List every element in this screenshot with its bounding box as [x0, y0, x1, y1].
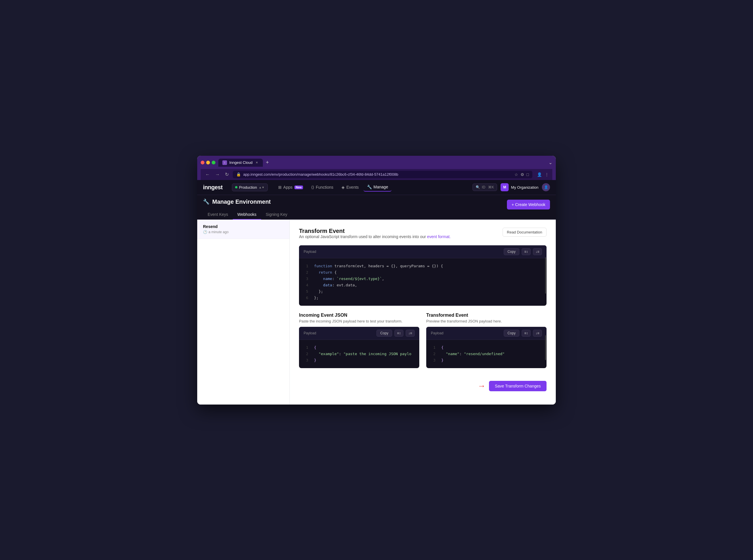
incoming-event-desc: Paste the incoming JSON payload here to … [299, 319, 419, 323]
two-column-section: Incoming Event JSON Paste the incoming J… [299, 313, 546, 375]
page-title-area: 🔧 Manage Environment [203, 199, 292, 205]
transformed-payload-label: Payload [431, 331, 443, 335]
incoming-code-content[interactable]: 1 { 2 "example": "paste the incoming JSO… [299, 340, 419, 368]
manage-icon: 🔧 [367, 185, 372, 189]
bookmark-icon[interactable]: ☆ [515, 172, 518, 177]
code-line-6: 6 }; [304, 295, 542, 301]
editor-download-button[interactable]: ↓≡ [533, 248, 542, 255]
refresh-button[interactable]: ↻ [224, 171, 230, 178]
clock-icon: 🕐 [203, 230, 207, 234]
browser-expand-icon[interactable]: ⌄ [548, 160, 552, 165]
sidebar-item-time: a minute ago [209, 230, 229, 234]
reader-mode-icon[interactable]: □ [526, 172, 529, 177]
new-tab-button[interactable]: + [265, 160, 270, 165]
incoming-event-editor: Payload Copy ≡↕ ↓≡ 1 { [299, 327, 419, 368]
content-panel: Transform Event An optional JavaScript t… [290, 220, 556, 404]
search-id-label: ID [482, 185, 485, 189]
close-traffic-light[interactable] [201, 161, 205, 164]
transform-code-content[interactable]: 1 function transform(evt, headers = {}, … [299, 258, 546, 306]
minimize-traffic-light[interactable] [206, 161, 210, 164]
tab-webhooks[interactable]: Webhooks [233, 210, 261, 220]
events-icon: ◈ [342, 185, 345, 189]
save-transform-button[interactable]: Save Transform Changes [489, 381, 546, 391]
app-shell: inngest Production ▲▼ ⊞ Apps New ⟨⟩ Func… [197, 180, 556, 404]
search-icon: 🔍 [476, 185, 480, 189]
tab-signing-key[interactable]: Signing Key [261, 210, 292, 220]
env-status-dot [235, 186, 237, 188]
payload-code-editor: Payload Copy ≡↕ ↓≡ 1 function transform(… [299, 245, 546, 306]
transformed-line-1: 1 { [431, 344, 542, 351]
transformed-format-button[interactable]: ≡↕ [522, 330, 530, 337]
webhook-sidebar: Resend 🕐 a minute ago [197, 220, 290, 404]
forward-button[interactable]: → [214, 171, 221, 178]
bottom-actions: → Save Transform Changes [299, 381, 546, 391]
page-title-icon: 🔧 [203, 199, 209, 205]
event-format-link[interactable]: event format. [427, 234, 451, 239]
transform-event-desc: An optional JavaScript transform used to… [299, 234, 451, 239]
incoming-line-3: 3 } [304, 357, 415, 363]
search-kbd-shortcut: ⌘K [488, 185, 494, 189]
extensions-icon[interactable]: ⚙ [521, 172, 524, 177]
incoming-editor-header: Payload Copy ≡↕ ↓≡ [299, 327, 419, 340]
transformed-editor-actions: Copy ≡↕ ↓≡ [504, 330, 542, 337]
maximize-traffic-light[interactable] [212, 161, 215, 164]
transformed-copy-button[interactable]: Copy [504, 330, 519, 337]
transformed-download-button[interactable]: ↓≡ [533, 330, 542, 337]
incoming-download-button[interactable]: ↓≡ [406, 330, 415, 337]
user-avatar[interactable]: 👤 [542, 183, 550, 191]
nav-item-events[interactable]: ◈ Events [338, 183, 362, 191]
env-name: Production [239, 185, 257, 189]
nav-manage-label: Manage [373, 185, 388, 189]
more-options-icon[interactable]: ⋮ [545, 172, 549, 177]
back-button[interactable]: ← [204, 171, 211, 178]
transformed-event-desc: Preview the transformed JSON payload her… [426, 319, 546, 323]
incoming-line-1: 1 { [304, 344, 415, 351]
url-bar[interactable]: 🔒 app.inngest.com/env/production/manage/… [233, 171, 533, 178]
read-documentation-button[interactable]: Read Documentation [503, 228, 546, 237]
org-name: My Organization [511, 185, 538, 189]
nav-right: 🔍 ID ⌘K M My Organization 👤 [472, 183, 550, 191]
nav-events-label: Events [346, 185, 359, 189]
transformed-event-editor: Payload Copy ≡↕ ↓≡ 1 { [426, 327, 546, 368]
incoming-format-button[interactable]: ≡↕ [394, 330, 403, 337]
tab-bar: i Inngest Cloud ✕ + [218, 159, 546, 167]
transformed-event-title: Transformed Event [426, 313, 546, 318]
functions-icon: ⟨⟩ [311, 185, 314, 189]
code-line-4: 4 data: evt.data, [304, 282, 542, 288]
incoming-payload-label: Payload [304, 331, 316, 335]
tab-event-keys[interactable]: Event Keys [203, 210, 233, 220]
url-actions: ☆ ⚙ □ [515, 172, 529, 177]
nav-item-functions[interactable]: ⟨⟩ Functions [308, 183, 337, 191]
inngest-logo: inngest [203, 184, 223, 191]
environment-selector[interactable]: Production ▲▼ [232, 183, 268, 191]
nav-item-manage[interactable]: 🔧 Manage [364, 183, 392, 192]
sidebar-item-meta: 🕐 a minute ago [203, 230, 284, 234]
save-arrow-indicator: → [478, 381, 485, 391]
profile-icon[interactable]: 👤 [537, 172, 542, 177]
incoming-editor-actions: Copy ≡↕ ↓≡ [376, 330, 415, 337]
tab-close-button[interactable]: ✕ [255, 161, 259, 165]
browser-window: i Inngest Cloud ✕ + ⌄ ← → ↻ 🔒 app.innges… [197, 156, 556, 404]
main-content: Resend 🕐 a minute ago Transform Event An… [197, 220, 556, 404]
org-selector[interactable]: M My Organization [501, 183, 538, 191]
transformed-editor-header: Payload Copy ≡↕ ↓≡ [426, 327, 546, 340]
nav-item-apps[interactable]: ⊞ Apps New [275, 183, 307, 191]
sidebar-item-resend[interactable]: Resend 🕐 a minute ago [197, 220, 289, 239]
create-webhook-button[interactable]: + Create Webhook [507, 200, 550, 209]
address-bar: ← → ↻ 🔒 app.inngest.com/env/production/m… [201, 169, 552, 180]
nav-apps-label: Apps [283, 185, 293, 189]
payload-label: Payload [304, 249, 316, 254]
search-shortcut[interactable]: 🔍 ID ⌘K [472, 183, 497, 191]
nav-items: ⊞ Apps New ⟨⟩ Functions ◈ Events 🔧 Manag… [275, 183, 466, 192]
editor-format-button[interactable]: ≡↕ [522, 248, 530, 255]
transformed-scrollbar [545, 335, 546, 360]
active-tab[interactable]: i Inngest Cloud ✕ [218, 159, 263, 167]
page-title: Manage Environment [212, 199, 271, 205]
apps-badge: New [294, 185, 303, 189]
payload-copy-button[interactable]: Copy [504, 248, 519, 255]
browser-chrome: i Inngest Cloud ✕ + ⌄ ← → ↻ 🔒 app.innges… [197, 156, 556, 180]
sub-tabs: Event Keys Webhooks Signing Key [203, 210, 292, 219]
env-chevron-icon: ▲▼ [259, 186, 265, 189]
nav-functions-label: Functions [316, 185, 333, 189]
incoming-copy-button[interactable]: Copy [376, 330, 392, 337]
